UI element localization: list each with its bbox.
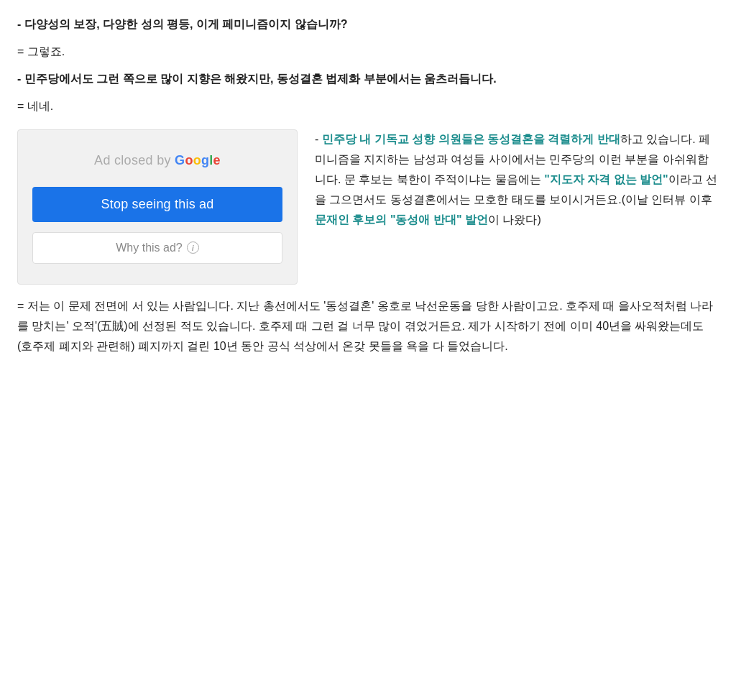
article-line5: = 저는 이 문제 전면에 서 있는 사람입니다. 지난 총선에서도 '동성결혼… xyxy=(17,296,719,356)
why-this-ad-button[interactable]: Why this ad? i xyxy=(32,232,282,264)
link-christian-opposition[interactable]: 민주당 내 기독교 성향 의원들은 동성결혼을 격렬하게 반대 xyxy=(322,133,620,145)
ad-closed-label: Ad closed by Google xyxy=(94,150,221,171)
article-line3: - 민주당에서도 그런 쪽으로 많이 지향은 해왔지만, 동성결혼 법제화 부분… xyxy=(17,69,719,89)
stop-seeing-ad-button[interactable]: Stop seeing this ad xyxy=(32,187,282,222)
link-leader-statement[interactable]: "지도자 자격 없는 발언" xyxy=(544,173,668,185)
article-line2: = 그렇죠. xyxy=(17,42,719,62)
link-moon-statement[interactable]: 문재인 후보의 "동성애 반대" 발언 xyxy=(315,213,488,226)
ad-panel: Ad closed by Google Stop seeing this ad … xyxy=(17,129,298,285)
content-with-ad: Ad closed by Google Stop seeing this ad … xyxy=(17,129,719,285)
article-line1: - 다양성의 보장, 다양한 성의 평등, 이게 페미니즘이지 않습니까? xyxy=(17,14,719,34)
right-article-text: - 민주당 내 기독교 성향 의원들은 동성결혼을 격렬하게 반대하고 있습니다… xyxy=(315,129,719,285)
article-line4: = 네네. xyxy=(17,96,719,116)
info-icon: i xyxy=(187,241,199,254)
